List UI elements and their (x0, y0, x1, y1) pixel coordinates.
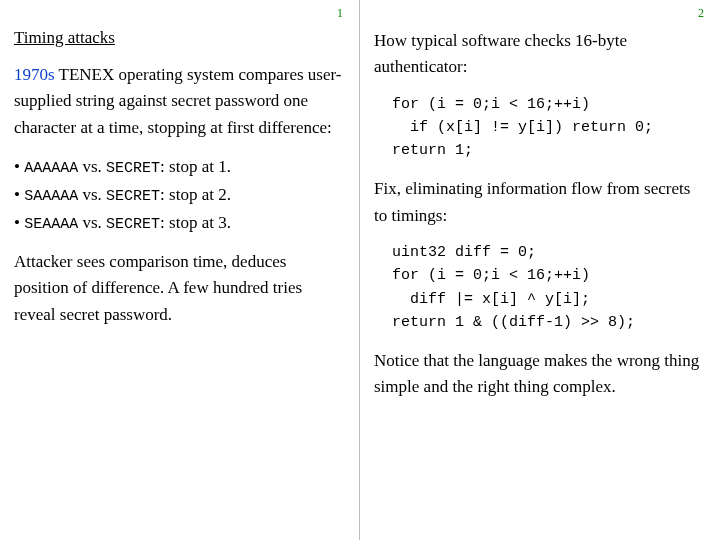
bullet-post: : stop at 3. (160, 213, 231, 232)
right-para-2: Fix, eliminating information flow from s… (374, 176, 704, 229)
list-item: • SAAAAA vs. SECRET: stop at 2. (14, 181, 343, 209)
bullet-secret: SECRET (106, 160, 160, 177)
bullet-secret: SECRET (106, 188, 160, 205)
page-number-right: 2 (698, 6, 704, 21)
bullet-marker: • (14, 213, 24, 232)
left-para-2: Attacker sees comparison time, deduces p… (14, 249, 343, 328)
left-title: Timing attacks (14, 28, 343, 48)
bullet-mid: vs. (78, 157, 106, 176)
code-block-fixed: uint32 diff = 0; for (i = 0;i < 16;++i) … (392, 241, 704, 334)
slide-pair: 1 Timing attacks 1970s TENEX operating s… (0, 0, 720, 540)
right-para-3: Notice that the language makes the wrong… (374, 348, 704, 401)
list-item: • SEAAAA vs. SECRET: stop at 3. (14, 209, 343, 237)
right-column: 2 How typical software checks 16-byte au… (360, 0, 720, 540)
right-para-1: How typical software checks 16-byte auth… (374, 28, 704, 81)
page-number-left: 1 (337, 6, 343, 21)
bullet-mid: vs. (78, 185, 106, 204)
bullet-code: AAAAAA (24, 160, 78, 177)
left-para-1: 1970s TENEX operating system compares us… (14, 62, 343, 141)
list-item: • AAAAAA vs. SECRET: stop at 1. (14, 153, 343, 181)
bullet-mid: vs. (78, 213, 106, 232)
bullet-code: SEAAAA (24, 216, 78, 233)
code-block-vulnerable: for (i = 0;i < 16;++i) if (x[i] != y[i])… (392, 93, 704, 163)
left-para-1-text: TENEX operating system compares user-sup… (14, 65, 341, 137)
bullet-marker: • (14, 157, 24, 176)
bullet-post: : stop at 2. (160, 185, 231, 204)
bullet-post: : stop at 1. (160, 157, 231, 176)
year-link[interactable]: 1970s (14, 65, 55, 84)
bullet-marker: • (14, 185, 24, 204)
bullet-list: • AAAAAA vs. SECRET: stop at 1. • SAAAAA… (14, 153, 343, 237)
bullet-code: SAAAAA (24, 188, 78, 205)
bullet-secret: SECRET (106, 216, 160, 233)
left-column: 1 Timing attacks 1970s TENEX operating s… (0, 0, 360, 540)
